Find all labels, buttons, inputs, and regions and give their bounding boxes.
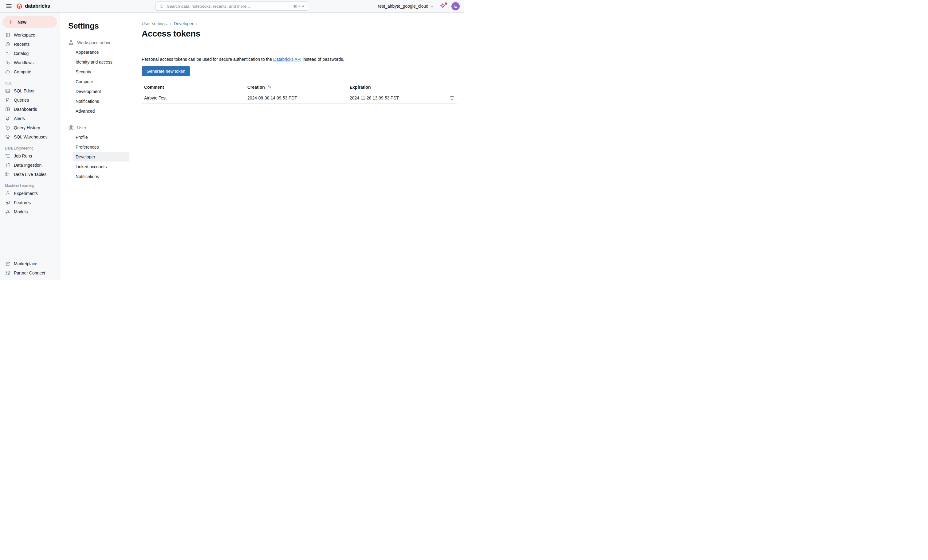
settings-item-security[interactable]: Security: [73, 67, 129, 76]
column-header-label: Expiration: [350, 85, 371, 90]
sidebar-item-sql-editor[interactable]: SQL Editor: [0, 86, 60, 96]
user-avatar[interactable]: E: [452, 2, 460, 11]
sidebar-item-models[interactable]: Models: [0, 207, 60, 216]
workspace-name: test_airbyte_google_cloud: [378, 4, 428, 9]
settings-group-header: Workspace admin: [60, 38, 134, 47]
workspace-icon: [5, 32, 11, 38]
search-icon: [159, 4, 165, 9]
settings-item-label: Linked accounts: [76, 164, 107, 169]
table-row: Airbyte Test 2024-08-30 14:09:53 PDT 202…: [142, 92, 457, 104]
clock-icon: [5, 41, 11, 47]
sidebar: New Workspace Recents Catalog Workflows …: [0, 12, 60, 280]
sidebar-item-label: Queries: [14, 97, 29, 102]
settings-item-profile[interactable]: Profile: [73, 132, 129, 142]
settings-item-advanced[interactable]: Advanced: [73, 106, 129, 116]
sidebar-item-compute[interactable]: Compute: [0, 67, 60, 76]
ingestion-icon: [5, 163, 11, 168]
sidebar-item-label: Workflows: [14, 60, 34, 65]
databricks-api-link[interactable]: Databricks API: [273, 57, 301, 62]
sidebar-item-sql-warehouses[interactable]: SQL Warehouses: [0, 132, 60, 142]
databricks-wordmark: databricks: [25, 3, 50, 9]
column-header-creation: Creation: [245, 85, 347, 90]
sidebar-section-sql: SQL: [5, 81, 55, 85]
global-search[interactable]: ⌘ + P: [155, 2, 308, 11]
settings-item-identity-and-access[interactable]: Identity and access: [73, 57, 129, 67]
sidebar-item-dashboards[interactable]: Dashboards: [0, 105, 60, 114]
delete-token-button[interactable]: [449, 95, 457, 101]
column-header-comment: Comment: [142, 85, 245, 90]
settings-item-label: Security: [76, 69, 91, 74]
new-button[interactable]: New: [3, 16, 57, 28]
sidebar-item-recents[interactable]: Recents: [0, 40, 60, 49]
features-icon: [5, 200, 11, 205]
new-button-label: New: [18, 20, 26, 24]
sidebar-item-query-history[interactable]: Query History: [0, 123, 60, 132]
settings-item-linked-accounts[interactable]: Linked accounts: [73, 162, 129, 171]
sql-editor-icon: [5, 88, 11, 94]
sidebar-item-catalog[interactable]: Catalog: [0, 49, 60, 58]
search-shortcut: ⌘ + P: [293, 4, 305, 9]
main-content: User settings › Developer › Access token…: [134, 12, 464, 280]
sidebar-item-workspace[interactable]: Workspace: [0, 30, 60, 40]
breadcrumb-root: User settings: [142, 21, 167, 26]
settings-group-header: User: [60, 123, 134, 132]
sidebar-item-label: SQL Editor: [14, 88, 35, 93]
sidebar-item-label: Compute: [14, 69, 31, 74]
settings-nav-panel: Settings Workspace admin Appearance Iden…: [60, 12, 134, 280]
settings-item-label: Compute: [76, 79, 93, 84]
description-after: instead of passwords.: [301, 57, 344, 62]
sidebar-item-label: Workspace: [14, 32, 35, 38]
assistant-button[interactable]: [439, 3, 446, 10]
workspace-switcher[interactable]: test_airbyte_google_cloud: [378, 4, 434, 9]
sidebar-item-queries[interactable]: Queries: [0, 96, 60, 105]
sidebar-item-data-ingestion[interactable]: Data Ingestion: [0, 161, 60, 170]
top-bar: databricks ⌘ + P test_airbyte_google_clo…: [0, 0, 464, 12]
sidebar-item-experiments[interactable]: Experiments: [0, 189, 60, 198]
sidebar-item-delta-live-tables[interactable]: Delta Live Tables: [0, 170, 60, 179]
sidebar-item-partner-connect[interactable]: Partner Connect: [0, 268, 60, 277]
settings-item-label: Appearance: [76, 50, 99, 55]
workflows-icon: [5, 60, 11, 65]
settings-group-user: User Profile Preferences Developer Linke…: [60, 123, 134, 181]
search-input[interactable]: [167, 4, 291, 9]
sidebar-section-data-engineering: Data Engineering: [5, 146, 55, 151]
settings-item-label: Notifications: [76, 99, 99, 104]
token-creation-cell: 2024-08-30 14:09:53 PDT: [245, 96, 347, 100]
org-icon: [68, 40, 74, 46]
settings-item-appearance[interactable]: Appearance: [73, 47, 129, 57]
sidebar-item-features[interactable]: Features: [0, 198, 60, 207]
databricks-logo[interactable]: databricks: [16, 3, 50, 9]
access-tokens-table: Comment Creation Expiration Airbyte Test: [142, 82, 457, 104]
settings-item-label: Development: [76, 89, 101, 94]
settings-item-label: Notifications: [76, 174, 99, 179]
hamburger-menu-icon[interactable]: [4, 2, 14, 11]
generate-new-token-button[interactable]: Generate new token: [142, 66, 190, 76]
description-text: Personal access tokens can be used for s…: [142, 56, 457, 62]
token-comment: Airbyte Test: [144, 96, 166, 100]
sidebar-item-label: Features: [14, 200, 31, 205]
settings-item-preferences[interactable]: Preferences: [73, 142, 129, 152]
sidebar-item-label: Models: [14, 209, 27, 214]
catalog-icon: [5, 51, 11, 56]
settings-title: Settings: [60, 21, 134, 31]
settings-item-compute[interactable]: Compute: [73, 77, 129, 86]
sidebar-section-machine-learning: Machine Learning: [5, 184, 55, 188]
sidebar-item-job-runs[interactable]: Job Runs: [0, 151, 60, 161]
settings-item-label: Advanced: [76, 109, 95, 114]
sidebar-item-label: Dashboards: [14, 107, 37, 112]
sidebar-item-label: Alerts: [14, 116, 25, 121]
sort-descending-icon[interactable]: [267, 85, 272, 89]
sidebar-item-label: Job Runs: [14, 154, 32, 158]
databricks-logo-icon: [16, 3, 23, 9]
notification-dot: [445, 3, 447, 5]
settings-item-developer[interactable]: Developer: [73, 152, 129, 161]
models-icon: [5, 209, 11, 215]
settings-item-notifications-user[interactable]: Notifications: [73, 172, 129, 181]
sidebar-item-workflows[interactable]: Workflows: [0, 58, 60, 67]
settings-item-development[interactable]: Development: [73, 87, 129, 96]
sidebar-item-alerts[interactable]: Alerts: [0, 114, 60, 123]
column-header-label: Comment: [144, 85, 164, 90]
sidebar-item-marketplace[interactable]: Marketplace: [0, 259, 60, 268]
breadcrumb-developer-link[interactable]: Developer: [174, 21, 193, 26]
settings-item-notifications-admin[interactable]: Notifications: [73, 96, 129, 106]
